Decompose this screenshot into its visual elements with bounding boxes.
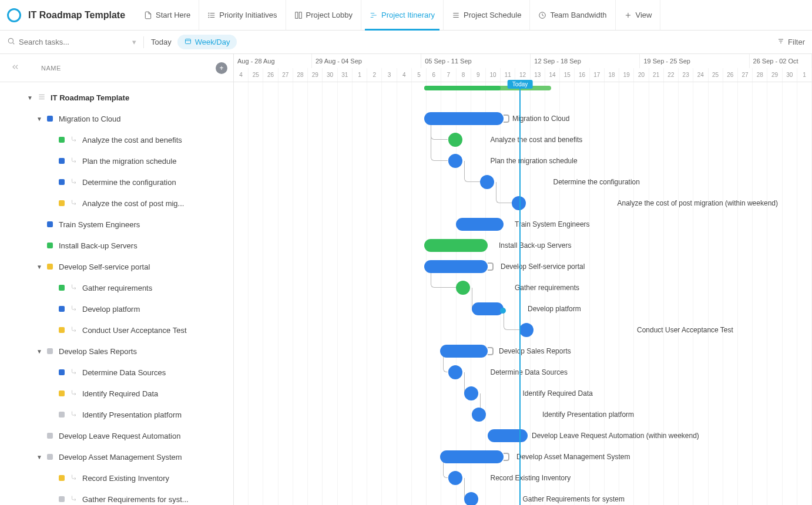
- task-row[interactable]: ▼Develop Sales Reports: [0, 341, 233, 362]
- gantt-bar[interactable]: [464, 386, 478, 400]
- gantt-bar[interactable]: [440, 450, 504, 463]
- svg-rect-7: [299, 12, 301, 18]
- gantt-bar-label: Conduct User Acceptance Test: [637, 326, 733, 334]
- subtask-icon: [71, 474, 78, 483]
- caret-icon[interactable]: ▼: [27, 95, 34, 101]
- weekday-label: Week/Day: [195, 38, 230, 46]
- task-label: IT Roadmap Template: [51, 93, 129, 102]
- task-row[interactable]: ▼Develop Self-service portal: [0, 256, 233, 277]
- caret-icon[interactable]: ▼: [36, 454, 43, 460]
- gantt-bar[interactable]: [519, 323, 533, 337]
- task-row[interactable]: Gather Requirements for syst...: [0, 489, 233, 505]
- day-label: 1: [797, 68, 812, 82]
- today-button[interactable]: Today: [151, 38, 172, 46]
- task-row[interactable]: Install Back-up Servers: [0, 235, 233, 256]
- gantt-bar[interactable]: [448, 471, 462, 485]
- gantt-bar[interactable]: [448, 133, 462, 147]
- subtask-icon: [71, 178, 78, 187]
- day-label: 17: [590, 68, 605, 82]
- task-label: Identify Required Data: [82, 389, 158, 398]
- filter-button[interactable]: Filter: [777, 38, 805, 46]
- task-list-panel: NAME + ▼IT Roadmap Template▼Migration to…: [0, 54, 234, 505]
- collapse-panel-icon[interactable]: [11, 62, 20, 73]
- task-row[interactable]: Determine Data Sources: [0, 362, 233, 383]
- day-label: 30: [323, 68, 337, 82]
- gantt-bar[interactable]: [424, 239, 488, 252]
- gantt-bar-label: Plan the migration schedule: [491, 157, 578, 165]
- gantt-bar[interactable]: [480, 175, 494, 189]
- status-dot: [59, 137, 65, 143]
- task-label: Plan the migration schedule: [82, 157, 176, 166]
- status-dot: [59, 179, 65, 185]
- task-label: Develop Asset Management System: [59, 453, 182, 462]
- day-label: 4: [397, 68, 412, 82]
- chevron-down-icon[interactable]: ▾: [132, 38, 136, 46]
- gantt-bar[interactable]: [424, 260, 488, 273]
- gantt-bar[interactable]: [456, 281, 470, 295]
- status-dot: [47, 348, 53, 354]
- gantt-bar[interactable]: [512, 196, 526, 210]
- task-row[interactable]: Conduct User Acceptance Test: [0, 319, 233, 341]
- task-row[interactable]: Analyze the cost and benefits: [0, 129, 233, 150]
- search-wrap[interactable]: ▾: [7, 37, 136, 47]
- tab-project-schedule[interactable]: Project Schedule: [444, 0, 530, 30]
- gantt-bar[interactable]: [464, 492, 478, 505]
- gantt-bar[interactable]: [448, 365, 462, 379]
- caret-icon[interactable]: ▼: [36, 348, 43, 355]
- task-row[interactable]: ▼IT Roadmap Template: [0, 87, 233, 108]
- status-dot: [59, 200, 65, 206]
- gantt-bar[interactable]: [456, 218, 504, 231]
- gantt-bar-label: Develop Asset Management System: [516, 453, 630, 461]
- gantt-bar[interactable]: [448, 154, 462, 168]
- tab-label: Project Schedule: [464, 11, 521, 19]
- gantt-bar[interactable]: [488, 429, 528, 442]
- gantt-body[interactable]: TodayMigration to CloudAnalyze the cost …: [234, 82, 812, 505]
- status-dot: [59, 390, 65, 396]
- gantt-icon: [370, 11, 378, 19]
- search-input[interactable]: [19, 38, 101, 46]
- tab-view[interactable]: View: [616, 0, 661, 30]
- task-row[interactable]: ▼Migration to Cloud: [0, 108, 233, 129]
- task-row[interactable]: Develop Leave Request Automation: [0, 425, 233, 446]
- task-label: Gather Requirements for syst...: [82, 495, 189, 504]
- gantt-bar[interactable]: [472, 408, 486, 422]
- day-label: 29: [308, 68, 323, 82]
- task-row[interactable]: Analyze the cost of post mig...: [0, 193, 233, 214]
- status-dot: [59, 306, 65, 312]
- day-label: 24: [693, 68, 708, 82]
- task-row[interactable]: Train System Engineers: [0, 214, 233, 235]
- tab-project-lobby[interactable]: Project Lobby: [286, 0, 362, 30]
- task-list-header: NAME +: [0, 54, 233, 82]
- tab-team-bandwidth[interactable]: Team Bandwidth: [530, 0, 615, 30]
- timeline-header: Aug - 28 Aug29 Aug - 04 Sep05 Sep - 11 S…: [234, 54, 812, 82]
- plus-icon: [624, 11, 632, 19]
- weekday-toggle[interactable]: Week/Day: [177, 35, 237, 49]
- status-dot: [59, 158, 65, 164]
- subtask-icon: [71, 495, 78, 504]
- task-row[interactable]: Record Existing Inventory: [0, 467, 233, 489]
- tab-start-here[interactable]: Start Here: [136, 0, 199, 30]
- day-label: 5: [412, 68, 427, 82]
- caret-icon[interactable]: ▼: [36, 264, 43, 270]
- day-label: 18: [605, 68, 619, 82]
- caret-icon[interactable]: ▼: [36, 116, 43, 122]
- gantt-bar[interactable]: [440, 345, 488, 358]
- task-row[interactable]: Develop platform: [0, 298, 233, 319]
- gantt-panel: Aug - 28 Aug29 Aug - 04 Sep05 Sep - 11 S…: [234, 54, 812, 505]
- task-row[interactable]: Determine the configuration: [0, 171, 233, 193]
- add-task-button[interactable]: +: [216, 62, 227, 74]
- task-label: Develop Sales Reports: [59, 347, 137, 356]
- filter-label: Filter: [788, 38, 805, 46]
- task-row[interactable]: Identify Presentation platform: [0, 404, 233, 425]
- task-row[interactable]: Plan the migration schedule: [0, 150, 233, 171]
- gantt-bar[interactable]: [472, 302, 504, 315]
- tab-project-itinerary[interactable]: Project Itinerary: [361, 0, 444, 30]
- gantt-bar-label: Gather requirements: [515, 284, 579, 292]
- task-row[interactable]: ▼Develop Asset Management System: [0, 446, 233, 467]
- tab-priority-initiatives[interactable]: Priority Initiatives: [199, 0, 286, 30]
- task-row[interactable]: Identify Required Data: [0, 383, 233, 404]
- day-label: 25: [709, 68, 723, 82]
- task-row[interactable]: Gather requirements: [0, 277, 233, 298]
- svg-line-18: [13, 43, 15, 45]
- gantt-bar[interactable]: [424, 112, 504, 125]
